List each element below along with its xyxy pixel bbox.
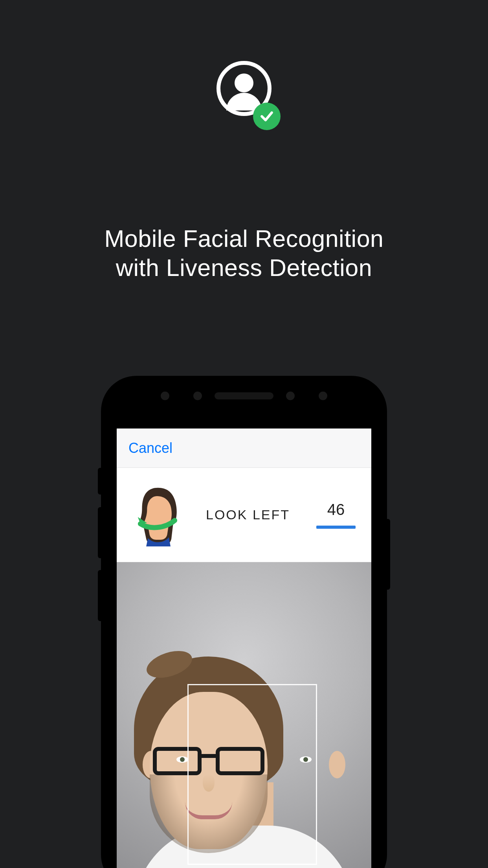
check-icon: [259, 109, 274, 124]
front-camera-icon: [286, 392, 295, 400]
checkmark-badge-icon: [253, 103, 281, 130]
headline-line1: Mobile Facial Recognition: [105, 225, 384, 252]
facial-recognition-app: Cancel LOOK LEFT 46: [117, 428, 371, 868]
sensor-dot-icon: [161, 392, 169, 400]
countdown-value: 46: [312, 501, 360, 526]
phone-side-button: [98, 468, 103, 495]
phone-volume-down-button: [98, 570, 103, 621]
avatar-head-icon: [235, 74, 253, 92]
hero-avatar-check-icon: [211, 61, 277, 128]
instruction-bar: LOOK LEFT 46: [117, 468, 371, 562]
promo-screenshot: Mobile Facial Recognition with Liveness …: [0, 0, 488, 868]
headline: Mobile Facial Recognition with Liveness …: [0, 224, 488, 283]
cancel-button[interactable]: Cancel: [128, 440, 172, 456]
phone-power-button: [385, 519, 390, 590]
instruction-label: LOOK LEFT: [183, 507, 312, 522]
headline-line2: with Liveness Detection: [116, 254, 372, 281]
sensor-dot-icon: [319, 392, 327, 400]
turn-head-left-icon: [132, 484, 183, 546]
app-header: Cancel: [117, 428, 371, 468]
countdown-underline: [316, 526, 356, 529]
phone-screen: Cancel LOOK LEFT 46: [117, 425, 371, 868]
sensor-dot-icon: [193, 392, 202, 400]
face-detection-box: [187, 684, 317, 865]
speaker-icon: [215, 392, 273, 399]
camera-feed: [117, 562, 371, 868]
countdown: 46: [312, 501, 360, 529]
phone-volume-up-button: [98, 507, 103, 558]
phone-top-hardware: [103, 392, 385, 400]
phone-frame: Cancel LOOK LEFT 46: [103, 377, 385, 868]
